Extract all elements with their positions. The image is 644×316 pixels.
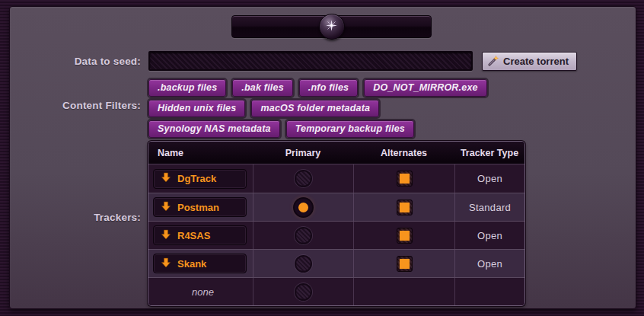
filter-chip-nfo-files[interactable]: .nfo files xyxy=(299,79,358,97)
tracker-name-label: R4SAS xyxy=(177,230,210,241)
tracker-row-dgtrack: DgTrack Open xyxy=(148,164,524,193)
tracker-none-label: none xyxy=(192,286,214,298)
checkbox-mark xyxy=(400,174,410,184)
tracker-name-button[interactable]: Skank xyxy=(153,254,247,273)
magic-wand-icon xyxy=(488,55,499,69)
alternates-checkbox[interactable] xyxy=(397,199,413,215)
primary-radio[interactable] xyxy=(295,227,312,244)
filter-chip-do-not-mirror[interactable]: DO_NOT_MIRROR.exe xyxy=(364,79,486,97)
tracker-row-r4sas: R4SAS Open xyxy=(148,221,524,249)
sparkle-icon xyxy=(325,19,338,35)
filter-chip-list: .backup files .bak files .nfo files DO_N… xyxy=(148,79,505,138)
download-icon xyxy=(161,172,171,185)
alternates-checkbox[interactable] xyxy=(397,256,413,272)
column-header-tracker-type: Tracker Type xyxy=(454,148,524,158)
tracker-name-button[interactable]: Postman xyxy=(153,197,247,217)
tracker-row-skank: Skank Open xyxy=(148,249,524,277)
window-frame: Data to seed: Create torrent Content Fil… xyxy=(0,0,644,316)
tracker-name-label: Postman xyxy=(177,202,219,213)
column-header-name: Name xyxy=(148,148,253,158)
filter-chip-backup-files[interactable]: .backup files xyxy=(148,79,226,97)
trackers-table-header: Name Primary Alternates Tracker Type xyxy=(148,142,524,164)
filter-chip-hidden-unix[interactable]: Hidden unix files xyxy=(148,100,245,117)
checkbox-mark xyxy=(400,231,410,241)
checkbox-mark xyxy=(400,259,410,269)
tracker-name-button[interactable]: R4SAS xyxy=(153,225,247,245)
filter-chip-macos-metadata[interactable]: macOS folder metadata xyxy=(251,100,379,117)
collapse-handle[interactable] xyxy=(231,15,432,38)
tracker-name-label: DgTrack xyxy=(177,173,216,184)
column-header-primary: Primary xyxy=(253,148,353,158)
checkbox-mark xyxy=(400,203,410,212)
sparkle-knob xyxy=(319,14,345,40)
alternates-checkbox[interactable] xyxy=(397,228,413,244)
tracker-type-value: Standard xyxy=(469,202,511,213)
download-icon xyxy=(161,257,171,270)
create-torrent-button[interactable]: Create torrent xyxy=(482,52,577,71)
filter-chip-synology-metadata[interactable]: Synology NAS metadata xyxy=(148,120,280,138)
tracker-type-value: Open xyxy=(477,258,502,270)
tracker-type-value: Open xyxy=(477,230,502,241)
download-icon xyxy=(161,201,171,214)
primary-radio[interactable] xyxy=(295,170,312,187)
tracker-name-label: Skank xyxy=(177,258,206,270)
primary-radio[interactable] xyxy=(295,283,312,301)
filter-chip-bak-files[interactable]: .bak files xyxy=(232,79,293,97)
data-to-seed-input[interactable] xyxy=(148,51,473,71)
tracker-name-button[interactable]: DgTrack xyxy=(153,169,247,189)
primary-radio[interactable] xyxy=(295,199,312,216)
primary-radio[interactable] xyxy=(295,255,312,273)
tracker-row-none: none xyxy=(148,277,524,305)
create-torrent-label: Create torrent xyxy=(503,56,569,67)
column-header-alternates: Alternates xyxy=(353,148,454,158)
main-panel: Data to seed: Create torrent Content Fil… xyxy=(9,6,636,309)
tracker-type-value: Open xyxy=(477,173,502,184)
alternates-checkbox[interactable] xyxy=(397,171,413,187)
tracker-row-postman: Postman Standard xyxy=(148,193,524,221)
download-icon xyxy=(161,229,171,242)
trackers-label: Trackers: xyxy=(18,212,141,223)
trackers-table: Name Primary Alternates Tracker Type DgT… xyxy=(148,141,525,306)
filter-chip-temporary-backup[interactable]: Temporary backup files xyxy=(286,120,414,138)
content-filters-label: Content Filters: xyxy=(18,100,141,111)
data-to-seed-label: Data to seed: xyxy=(18,56,141,67)
